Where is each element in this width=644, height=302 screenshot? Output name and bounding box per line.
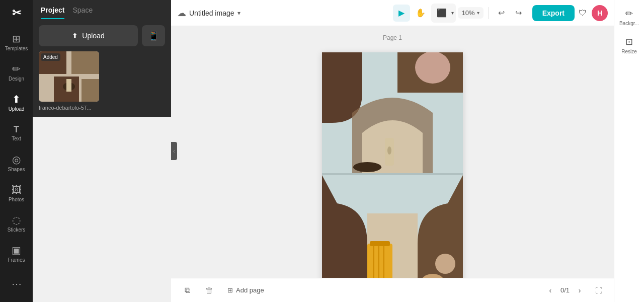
zoom-control[interactable]: 10% ▾ (458, 7, 484, 19)
upload-label: Upload (9, 106, 25, 112)
phone-upload-button[interactable]: 📱 (142, 25, 165, 46)
frame-tool-button[interactable]: ⬛ (433, 5, 450, 22)
background-panel-item[interactable]: ✏ Backgr... (616, 4, 642, 30)
panel-sidebar: Project Space ⬆ Upload 📱 Added (33, 0, 171, 302)
media-grid: Added franco-debartolo-5T... (39, 51, 165, 111)
toolbar-divider (489, 7, 489, 19)
templates-label: Templates (5, 46, 28, 51)
templates-icon: ⊞ (12, 34, 21, 44)
fullscreen-button[interactable]: ⛶ (592, 283, 606, 297)
duplicate-button[interactable]: ⧉ (179, 282, 195, 298)
sidebar-item-stickers[interactable]: ◌ Stickers (3, 209, 31, 238)
frames-icon: ▣ (12, 245, 21, 255)
sidebar-item-design[interactable]: ✏ Design (3, 58, 31, 87)
fullscreen-icon: ⛶ (595, 286, 602, 294)
bottom-bar: ⧉ 🗑 ⊞ Add page ‹ 0/1 › ⛶ (171, 278, 614, 302)
svg-rect-17 (370, 241, 390, 246)
icon-sidebar: ✂ ⊞ Templates ✏ Design ⬆ Upload T Text ◎… (0, 0, 33, 302)
design-label: Design (9, 76, 24, 82)
svg-point-9 (415, 52, 450, 84)
add-page-icon: ⊞ (227, 286, 233, 294)
document-title-area: ☁ Untitled image ▾ (177, 8, 389, 19)
tab-space[interactable]: Space (72, 6, 93, 19)
shapes-icon: ◎ (12, 155, 21, 165)
more-icon: ⋯ (12, 279, 22, 289)
sidebar-item-upload[interactable]: ⬆ Upload (3, 89, 31, 117)
toolbar-tools: ▶ ✋ ⬛ ▾ 10% ▾ ↩ ↪ Export 🛡 H (393, 4, 608, 23)
sidebar-item-photos[interactable]: 🖼 Photos (3, 179, 31, 207)
document-title: Untitled image (189, 9, 234, 17)
app-logo[interactable]: ✂ (8, 4, 26, 22)
collapse-panel-handle[interactable]: ‹ (171, 142, 177, 160)
shapes-label: Shapes (8, 167, 25, 172)
undo-button[interactable]: ↩ (494, 6, 509, 21)
page-label: Page 1 (383, 34, 402, 41)
resize-label: Resize (621, 49, 637, 54)
logo-icon: ✂ (12, 7, 21, 20)
sidebar-item-frames[interactable]: ▣ Frames (3, 240, 31, 268)
svg-point-22 (435, 254, 455, 274)
add-page-label: Add page (236, 286, 264, 294)
stickers-icon: ◌ (12, 215, 21, 225)
redo-button[interactable]: ↪ (511, 6, 526, 21)
svg-rect-13 (322, 173, 463, 175)
top-bar: ☁ Untitled image ▾ ▶ ✋ ⬛ ▾ 10% ▾ ↩ ↪ Exp… (171, 0, 614, 26)
frame-chevron-icon[interactable]: ▾ (451, 10, 454, 16)
sidebar-item-text[interactable]: T Text (3, 119, 31, 147)
upload-btn-label: Upload (82, 32, 104, 40)
zoom-value: 10% (462, 9, 475, 17)
user-avatar[interactable]: H (592, 5, 608, 21)
frames-label: Frames (8, 257, 25, 263)
sidebar-item-shapes[interactable]: ◎ Shapes (3, 149, 31, 177)
text-label: Text (12, 136, 21, 141)
panel-tabs: Project Space (33, 0, 171, 19)
page-counter: 0/1 (560, 286, 570, 294)
delete-icon: 🗑 (205, 286, 213, 295)
svg-point-11 (387, 146, 391, 155)
media-thumbnail-1[interactable]: Added (39, 51, 99, 102)
hand-tool-button[interactable]: ✋ (412, 5, 429, 22)
duplicate-icon: ⧉ (185, 286, 190, 295)
sidebar-item-more[interactable]: ⋯ (3, 270, 31, 298)
frame-tool-group: ⬛ ▾ (431, 4, 456, 23)
add-page-button[interactable]: ⊞ Add page (223, 284, 268, 296)
tab-project[interactable]: Project (41, 6, 64, 19)
select-tool-button[interactable]: ▶ (393, 5, 410, 22)
added-badge: Added (41, 53, 60, 61)
cloud-icon: ☁ (177, 8, 186, 19)
background-icon: ✏ (625, 8, 633, 19)
canvas-artwork (322, 52, 463, 278)
media-label-1: franco-debartolo-5T... (39, 105, 99, 111)
prev-page-button[interactable]: ‹ (544, 284, 556, 296)
next-page-button[interactable]: › (574, 284, 586, 296)
delete-button[interactable]: 🗑 (201, 282, 217, 298)
upload-button[interactable]: ⬆ Upload (39, 25, 138, 46)
zoom-chevron-icon: ▾ (477, 10, 479, 16)
shield-icon[interactable]: 🛡 (579, 9, 587, 18)
svg-rect-4 (82, 79, 99, 102)
panel-content: ⬆ Upload 📱 Added (33, 19, 171, 117)
title-chevron-icon[interactable]: ▾ (237, 10, 240, 17)
photos-label: Photos (9, 197, 24, 202)
resize-panel-item[interactable]: ⊡ Resize (616, 32, 642, 58)
right-panel: ✏ Backgr... ⊡ Resize (614, 0, 644, 302)
upload-icon: ⬆ (12, 94, 21, 104)
svg-rect-16 (367, 244, 392, 278)
svg-point-12 (353, 162, 381, 172)
upload-btn-icon: ⬆ (72, 32, 78, 40)
main-area: ☁ Untitled image ▾ ▶ ✋ ⬛ ▾ 10% ▾ ↩ ↪ Exp… (171, 0, 614, 302)
resize-icon: ⊡ (625, 36, 633, 47)
page-navigation: ‹ 0/1 › (544, 284, 586, 296)
background-label: Backgr... (619, 21, 639, 26)
stickers-label: Stickers (8, 227, 26, 233)
export-button[interactable]: Export (532, 5, 575, 21)
canvas-page[interactable] (322, 52, 463, 278)
svg-rect-6 (66, 79, 71, 92)
phone-icon: 📱 (148, 30, 159, 41)
photos-icon: 🖼 (12, 185, 22, 195)
canvas-area[interactable]: Page 1 (171, 26, 614, 278)
sidebar-item-templates[interactable]: ⊞ Templates (3, 28, 31, 56)
text-icon: T (14, 125, 19, 134)
svg-rect-2 (71, 51, 99, 74)
design-icon: ✏ (12, 64, 21, 74)
